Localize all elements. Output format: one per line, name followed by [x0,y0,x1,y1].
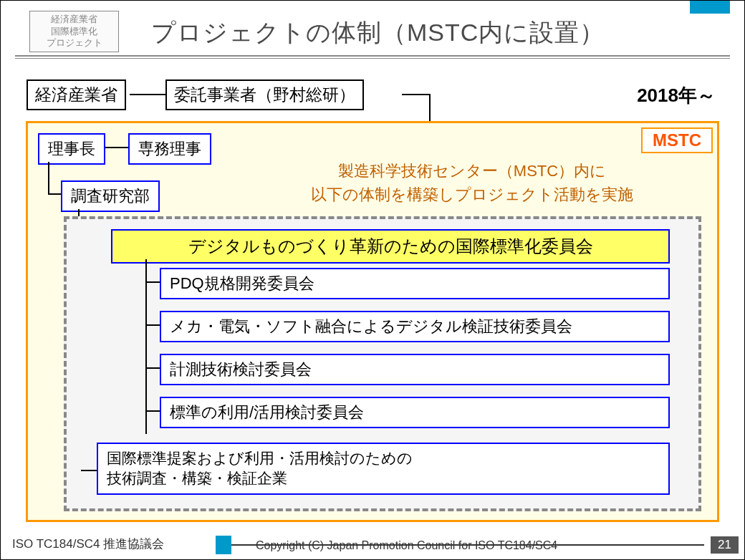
sub-committee-3: 計測技術検討委員会 [160,354,670,385]
conn-contractor-right [402,94,431,95]
title-rule-2 [15,58,730,59]
mstc-label: MSTC [641,127,713,153]
conn-pres-exec [105,147,128,148]
committees-group: デジタルものづくり革新のための国際標準化委員会 PDQ規格開発委員会 メカ・電気… [64,216,701,511]
ministry-box: 経済産業省 [27,79,126,110]
conn-pres-down [48,162,49,193]
page-title: プロジェクトの体制（MSTC内に設置） [151,16,605,49]
sub-committee-1: PDQ規格開発委員会 [160,268,670,299]
president-box: 理事長 [38,133,105,165]
title-rule-1 [15,55,730,57]
conn-ministry-contractor [130,94,165,95]
conn-sub1 [145,281,160,283]
exec-director-box: 専務理事 [128,133,211,165]
sub-committee-4: 標準の利用/活用検討委員会 [160,397,670,428]
year-label: 2018年～ [637,83,716,108]
conn-to-investigation [81,470,97,471]
main-committee-box: デジタルものづくり革新のための国際標準化委員会 [111,229,670,264]
research-dept-box: 調査研究部 [61,180,160,212]
footer-copyright: Copyright (C) Japan Promotion Council fo… [256,539,557,552]
conn-sub3 [145,367,160,369]
conn-contractor-down [429,94,431,122]
conn-to-research [48,193,61,195]
footer-bar: ISO TC184/SC4 推進協議会 Copyright (C) Japan … [1,534,744,555]
footer-left-text: ISO TC184/SC4 推進協議会 [12,536,164,552]
mstc-container: MSTC 理事長 専務理事 調査研究部 製造科学技術センター（MSTC）内に 以… [26,121,719,522]
mstc-description: 製造科学技術センター（MSTC）内に 以下の体制を構築しプロジェクト活動を実施 [271,159,673,206]
contractor-box: 委託事業者（野村総研） [165,79,364,110]
conn-sub4 [145,410,160,412]
header-logo-text: 経済産業省 国際標準化 プロジェクト [47,14,102,50]
top-accent-bar [690,1,730,14]
conn-sub2 [145,324,160,326]
conn-subcommittee-spine [145,259,147,434]
sub-committee-2: メカ・電気・ソフト融合によるデジタル検証技術委員会 [160,311,670,342]
investigation-box: 国際標準提案および利用・活用検討のための 技術調査・構築・検証企業 [97,443,670,495]
page-number: 21 [711,536,739,554]
header-logo-box: 経済産業省 国際標準化 プロジェクト [29,11,119,52]
footer-accent-square [216,536,231,554]
